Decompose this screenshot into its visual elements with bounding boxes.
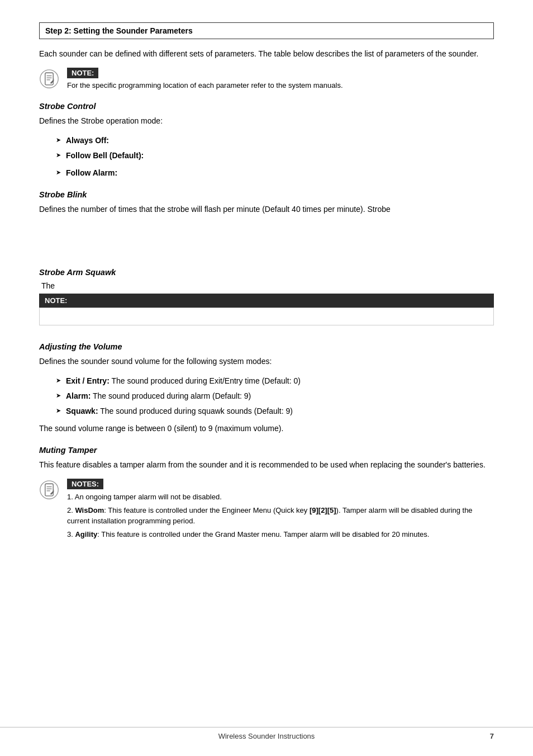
bullet-follow-bell: Follow Bell (Default): — [56, 150, 494, 162]
adjusting-volume-title: Adjusting the Volume — [39, 342, 494, 351]
page: Step 2: Setting the Sounder Parameters E… — [0, 0, 533, 756]
strobe-arm-note-label: NOTE: — [39, 294, 494, 308]
bullet-follow-alarm: Follow Alarm: — [56, 167, 494, 179]
notes-content: NOTES: 1. An ongoing tamper alarm will n… — [67, 479, 494, 542]
adjusting-volume-bullets: Exit / Entry: The sound produced during … — [39, 375, 494, 417]
bullet-exit-entry: Exit / Entry: The sound produced during … — [56, 375, 494, 387]
strobe-control-title: Strobe Control — [39, 102, 494, 111]
step-header-text: Step 2: Setting the Sounder Parameters — [45, 26, 193, 35]
strobe-blink-section: Strobe Blink Defines the number of times… — [39, 190, 494, 215]
muting-tamper-title: Muting Tamper — [39, 446, 494, 455]
strobe-control-section: Strobe Control Defines the Strobe operat… — [39, 102, 494, 179]
empty-space-1 — [39, 223, 494, 257]
strobe-blink-title: Strobe Blink — [39, 190, 494, 199]
muting-tamper-desc: This feature disables a tamper alarm fro… — [39, 459, 494, 471]
note-block: NOTE: For the specific programming locat… — [39, 68, 494, 91]
strobe-arm-the: The — [39, 281, 494, 290]
note-icon — [39, 69, 61, 91]
strobe-blink-desc: Defines the number of times that the str… — [39, 204, 494, 215]
step-header: Step 2: Setting the Sounder Parameters — [39, 22, 494, 39]
strobe-arm-note-content — [39, 308, 494, 325]
strobe-arm-title: Strobe Arm Squawk — [39, 268, 494, 277]
notes-icon — [39, 480, 61, 502]
footer-page-number: 7 — [449, 732, 494, 740]
strobe-arm-section: Strobe Arm Squawk The NOTE: — [39, 268, 494, 325]
footer-center-text: Wireless Sounder Instructions — [84, 732, 449, 740]
note-content: NOTE: For the specific programming locat… — [67, 68, 494, 91]
strobe-control-desc: Defines the Strobe operation mode: — [39, 115, 494, 127]
footer: Wireless Sounder Instructions 7 — [0, 727, 533, 740]
bullet-squawk: Squawk: The sound produced during squawk… — [56, 405, 494, 417]
muting-tamper-section: Muting Tamper This feature disables a ta… — [39, 446, 494, 471]
note-label: NOTE: — [67, 68, 98, 78]
note-item-2: 2. WisDom: This feature is controlled un… — [67, 505, 494, 527]
notes-bell-icon — [39, 480, 59, 500]
notes-label: NOTES: — [67, 479, 103, 489]
bullet-always-off: Always Off: — [56, 135, 494, 147]
note-text: For the specific programming location of… — [67, 81, 494, 91]
notes-numbered: 1. An ongoing tamper alarm will not be d… — [67, 492, 494, 540]
note-bell-icon — [39, 69, 59, 89]
adjusting-volume-section: Adjusting the Volume Defines the sounder… — [39, 342, 494, 434]
bullet-alarm: Alarm: The sound produced during alarm (… — [56, 390, 494, 402]
note-item-1: 1. An ongoing tamper alarm will not be d… — [67, 492, 494, 503]
note-item-3: 3. Agility: This feature is controlled u… — [67, 529, 494, 540]
intro-text: Each sounder can be defined with differe… — [39, 48, 494, 60]
notes-block: NOTES: 1. An ongoing tamper alarm will n… — [39, 479, 494, 542]
adjusting-volume-desc: Defines the sounder sound volume for the… — [39, 356, 494, 367]
strobe-control-bullets: Always Off: Follow Bell (Default): Follo… — [39, 135, 494, 179]
volume-footer-text: The sound volume range is between 0 (sil… — [39, 423, 494, 434]
